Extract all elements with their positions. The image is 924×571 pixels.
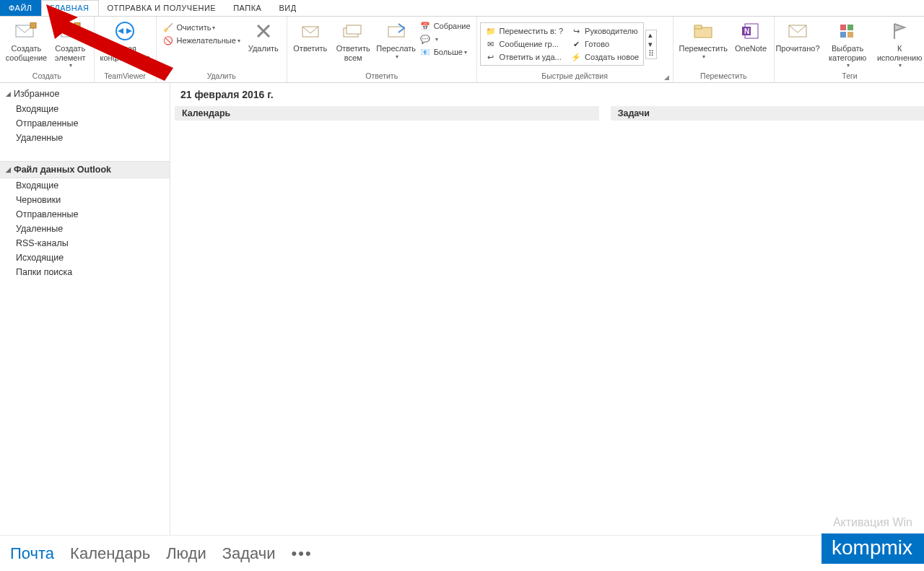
qa-create-new[interactable]: ⚡Создать новое <box>569 51 640 64</box>
nav-fav-item[interactable]: Отправленные <box>0 116 170 131</box>
onenote-label: OneNote <box>735 44 767 53</box>
teamviewer-label: Новая конференция <box>100 44 150 62</box>
main-area: ◢ Избранное Входящие Отправленные Удален… <box>0 83 924 535</box>
svg-rect-1 <box>30 22 36 28</box>
bottom-mail[interactable]: Почта <box>10 544 54 563</box>
group-tags-label: Теги <box>775 70 924 82</box>
delete-button[interactable]: Удалить <box>243 18 284 53</box>
svg-rect-16 <box>847 25 853 30</box>
qa-create-new-label: Создать новое <box>585 53 639 61</box>
teamviewer-icon <box>113 19 136 43</box>
forward-manager-icon: ↪ <box>570 25 582 37</box>
read-button[interactable]: Прочитано? <box>777 18 818 53</box>
bottom-tasks[interactable]: Задачи <box>222 544 276 563</box>
im-button[interactable]: 💬▾ <box>417 32 474 45</box>
nav-data-item[interactable]: Папки поиска <box>0 265 170 279</box>
flag-icon <box>888 19 911 43</box>
group-delete: 🧹 Очистить▾ 🚫 Нежелательные▾ Удалить Уда… <box>157 17 287 82</box>
reply-all-icon <box>341 19 365 43</box>
tab-folder[interactable]: ПАПКА <box>225 0 270 16</box>
qa-move-to[interactable]: 📁Переместить в: ? <box>484 25 565 38</box>
tab-send-receive[interactable]: ОТПРАВКА И ПОЛУЧЕНИЕ <box>99 0 225 16</box>
collapse-icon: ◢ <box>6 90 11 97</box>
onenote-button[interactable]: N OneNote <box>731 18 771 53</box>
move-folder-icon <box>692 19 715 43</box>
today-date: 21 февраля 2016 г. <box>170 83 924 106</box>
nav-favorites-header[interactable]: ◢ Избранное <box>0 86 170 102</box>
svg-rect-8 <box>388 27 404 37</box>
svg-text:N: N <box>744 27 749 35</box>
qa-scroll-down[interactable]: ▾ <box>646 40 656 49</box>
qa-scroll-up[interactable]: ▴ <box>646 30 656 40</box>
bottom-nav: Почта Календарь Люди Задачи ••• <box>0 535 924 571</box>
junk-label: Нежелательные <box>177 36 236 45</box>
calendar-panel-header: Календарь <box>175 106 599 121</box>
bottom-more[interactable]: ••• <box>292 544 313 563</box>
activation-watermark: Активация Win <box>833 516 912 529</box>
brand-overlay: kompmix <box>821 533 924 564</box>
junk-button[interactable]: 🚫 Нежелательные▾ <box>160 34 243 47</box>
folder-move-icon: 📁 <box>485 25 497 37</box>
nav-fav-item[interactable]: Входящие <box>0 102 170 116</box>
nav-data-item[interactable]: Черновики <box>0 193 170 207</box>
qa-to-manager[interactable]: ↪Руководителю <box>569 25 640 38</box>
category-button[interactable]: Выбрать категорию▾ <box>818 18 877 69</box>
new-message-label: Создать сообщение <box>6 44 48 62</box>
quick-actions-launcher[interactable]: ◢ <box>664 74 671 82</box>
meeting-label: Собрание <box>434 22 471 30</box>
collapse-icon: ◢ <box>6 166 11 173</box>
qa-reply-delete[interactable]: ↩Ответить и уда... <box>484 51 565 64</box>
tab-home[interactable]: ГЛАВНАЯ <box>41 0 99 16</box>
svg-rect-10 <box>694 25 702 29</box>
reply-all-button[interactable]: Ответить всем <box>331 18 376 62</box>
read-label: Прочитано? <box>775 44 819 53</box>
move-button[interactable]: Переместить▾ <box>676 18 731 60</box>
more-reply-button[interactable]: 📧 Больше▾ <box>417 45 474 58</box>
mail-item-icon <box>58 19 82 43</box>
new-item-button[interactable]: Создать элемент▾ <box>50 18 91 69</box>
nav-favorites-label: Избранное <box>14 89 59 99</box>
clean-button[interactable]: 🧹 Очистить▾ <box>160 21 243 34</box>
nav-fav-item[interactable]: Удаленные <box>0 131 170 145</box>
meeting-icon: 📅 <box>419 20 431 32</box>
nav-data-item[interactable]: Исходящие <box>0 250 170 265</box>
new-message-button[interactable]: Создать сообщение <box>3 18 50 62</box>
group-teamviewer: Новая конференция TeamViewer <box>95 17 157 82</box>
tasks-panel: Задачи <box>611 106 924 121</box>
nav-data-item[interactable]: Входящие <box>0 178 170 193</box>
qa-to-manager-label: Руководителю <box>585 27 637 35</box>
bottom-calendar[interactable]: Календарь <box>70 544 150 563</box>
quick-actions-box: 📁Переместить в: ? ↪Руководителю ✉Сообщен… <box>480 22 645 66</box>
followup-button[interactable]: К исполнению▾ <box>877 18 922 69</box>
nav-datafile-header[interactable]: ◢ Файл данных Outlook <box>0 161 170 178</box>
group-reply-label: Ответить <box>287 70 476 82</box>
nav-data-item[interactable]: Удаленные <box>0 222 170 236</box>
qa-reply-delete-label: Ответить и уда... <box>500 53 562 61</box>
meeting-button[interactable]: 📅 Собрание <box>417 19 474 32</box>
new-item-label: Создать элемент <box>53 44 88 62</box>
delete-icon <box>252 19 275 43</box>
move-label: Переместить <box>679 44 728 53</box>
nav-data-item[interactable]: RSS-каналы <box>0 236 170 250</box>
qa-team-msg-label: Сообщение гр... <box>500 40 559 48</box>
forward-button[interactable]: Переслать▾ <box>376 18 417 60</box>
qa-team-msg[interactable]: ✉Сообщение гр... <box>484 38 565 51</box>
qa-done[interactable]: ✔Готово <box>569 38 640 51</box>
svg-rect-15 <box>840 25 846 30</box>
reply-button[interactable]: Ответить <box>290 18 331 53</box>
bottom-people[interactable]: Люди <box>166 544 206 563</box>
group-move-label: Переместить <box>674 70 774 82</box>
content-area: 21 февраля 2016 г. Календарь Задачи <box>170 83 924 535</box>
svg-rect-17 <box>840 32 846 38</box>
svg-rect-7 <box>346 25 361 34</box>
tab-file[interactable]: ФАЙЛ <box>0 0 41 16</box>
clean-label: Очистить <box>177 23 212 32</box>
qa-expand[interactable]: ⠿ <box>646 49 656 58</box>
teamviewer-button[interactable]: Новая конференция <box>97 18 153 62</box>
svg-rect-18 <box>847 32 853 38</box>
reply-delete-icon: ↩ <box>485 51 497 63</box>
group-tags: Прочитано? Выбрать категорию▾ К исполнен… <box>775 17 924 82</box>
nav-data-item[interactable]: Отправленные <box>0 207 170 222</box>
tab-view[interactable]: ВИД <box>270 0 305 16</box>
group-quick-actions: 📁Переместить в: ? ↪Руководителю ✉Сообщен… <box>477 17 674 82</box>
